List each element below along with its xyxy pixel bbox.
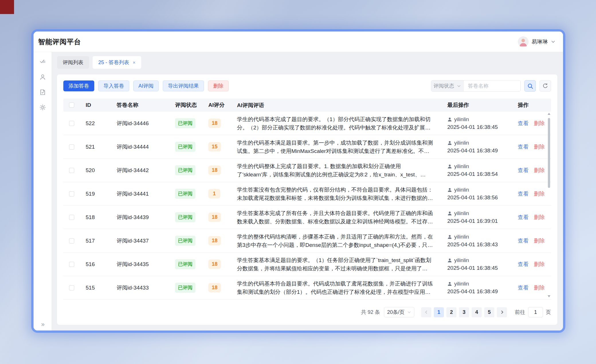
row-checkbox[interactable] [69, 238, 74, 243]
person-icon [447, 117, 452, 122]
score-badge: 18 [208, 236, 221, 245]
row-last-operation: yilinlin 2025-04-01 16:38:45 [440, 257, 515, 271]
view-link[interactable]: 查看 [518, 143, 529, 151]
row-id: 520 [80, 167, 110, 174]
row-checkbox[interactable] [69, 191, 74, 196]
select-all-checkbox[interactable] [69, 103, 74, 108]
sidebar-item-document-icon[interactable] [39, 89, 46, 96]
table-row: 521 评阅id-34444 已评阅 15 学生的代码基本满足题目要求。第一步中… [63, 135, 551, 159]
table-row: 519 评阅id-34441 已评阅 1 学生答案没有包含完整的代码，仅有部分结… [63, 182, 551, 206]
add-answer-button[interactable]: 添加答卷 [63, 80, 94, 91]
sidebar-item-review-icon[interactable] [39, 58, 46, 65]
row-comment: 学生答案没有包含完整的代码，仅有部分结构，不符合题目要求。具体问题包括：未加载鸢… [237, 186, 433, 202]
window-header: 智能评阅平台 易琳琳 [34, 32, 563, 52]
status-badge: 已评阅 [175, 236, 195, 246]
score-badge: 18 [208, 166, 221, 175]
row-checkbox[interactable] [69, 285, 74, 290]
status-badge: 已评阅 [175, 118, 195, 128]
scrollbar-thumb[interactable] [548, 118, 550, 188]
page-button-1[interactable]: 1 [434, 307, 444, 317]
row-last-operation: yilinlin 2025-04-01 16:38:45 [440, 116, 515, 130]
delete-link[interactable]: 删除 [534, 143, 545, 151]
tab-answer-list[interactable]: 25 - 答卷列表 × [93, 56, 141, 69]
view-link[interactable]: 查看 [518, 120, 529, 127]
refresh-button[interactable] [540, 80, 551, 92]
sidebar-item-settings-icon[interactable] [39, 104, 46, 111]
sidebar-item-user-icon[interactable] [39, 74, 46, 80]
scroll-up-arrow-icon[interactable] [548, 113, 550, 115]
row-time: 2025-04-01 16:38:49 [447, 288, 515, 295]
app-title: 智能评阅平台 [38, 37, 81, 46]
row-time: 2025-04-01 16:38:56 [447, 194, 515, 201]
row-checkbox[interactable] [69, 262, 74, 267]
delete-link[interactable]: 删除 [534, 214, 545, 221]
page-button-3[interactable]: 3 [459, 307, 469, 317]
view-link[interactable]: 查看 [518, 261, 529, 268]
view-link[interactable]: 查看 [518, 214, 529, 221]
row-comment: 学生答案基本满足题目的要求。（1）任务部分正确使用了`train_test_sp… [237, 256, 433, 273]
table-scrollbar[interactable] [547, 112, 551, 298]
page-button-4[interactable]: 4 [472, 307, 482, 317]
main-content: 评阅列表 25 - 答卷列表 × 添加答卷 导入答卷 AI评阅 导出评阅结果 删… [52, 52, 563, 330]
row-operator: yilinlin [454, 234, 469, 240]
tab-review-list[interactable]: 评阅列表 [57, 56, 89, 69]
total-count: 共 92 条 [361, 309, 380, 316]
goto-page-input[interactable] [528, 307, 543, 317]
view-link[interactable]: 查看 [518, 167, 529, 174]
answer-name-input[interactable] [464, 80, 520, 91]
desktop-wallpaper: 智能评阅平台 易琳琳 » [0, 0, 596, 364]
delete-link[interactable]: 删除 [534, 190, 545, 198]
delete-link[interactable]: 删除 [534, 237, 545, 245]
row-id: 517 [80, 238, 110, 244]
status-badge: 已评阅 [175, 259, 195, 269]
prev-page-button[interactable] [421, 307, 431, 317]
status-badge: 已评阅 [175, 142, 195, 152]
status-badge: 已评阅 [175, 283, 195, 293]
page-button-2[interactable]: 2 [446, 307, 456, 317]
pagination-bar: 共 92 条 20条/页 12345 [63, 300, 551, 325]
row-last-operation: yilinlin 2025-04-01 16:39:01 [440, 210, 515, 224]
sidebar-expand-button[interactable]: » [34, 321, 52, 328]
row-operator: yilinlin [454, 281, 469, 287]
ai-review-button[interactable]: AI评阅 [133, 80, 159, 91]
delete-link[interactable]: 删除 [534, 261, 545, 268]
row-name: 评阅id-34433 [110, 284, 170, 292]
row-last-operation: yilinlin 2025-04-01 16:38:49 [440, 281, 515, 295]
row-checkbox[interactable] [69, 168, 74, 173]
row-time: 2025-04-01 16:38:49 [447, 147, 515, 154]
row-checkbox[interactable] [69, 215, 74, 220]
delete-link[interactable]: 删除 [534, 167, 545, 174]
view-link[interactable]: 查看 [518, 190, 529, 198]
view-link[interactable]: 查看 [518, 237, 529, 245]
page-button-5[interactable]: 5 [484, 307, 494, 317]
person-icon [447, 188, 452, 192]
chevron-down-icon [457, 84, 461, 88]
search-button[interactable] [524, 80, 536, 92]
next-page-button[interactable] [497, 307, 507, 317]
review-status-select[interactable]: 评阅状态 [431, 80, 464, 91]
view-link[interactable]: 查看 [518, 284, 529, 292]
row-checkbox[interactable] [69, 121, 74, 126]
user-menu[interactable]: 易琳琳 [518, 36, 556, 47]
row-last-operation: yilinlin 2025-04-01 16:38:54 [440, 163, 515, 177]
row-checkbox[interactable] [69, 144, 74, 149]
import-answer-button[interactable]: 导入答卷 [98, 80, 129, 91]
row-time: 2025-04-01 16:38:54 [447, 171, 515, 177]
delete-link[interactable]: 删除 [534, 284, 545, 292]
scroll-down-arrow-icon[interactable] [548, 295, 550, 297]
row-name: 评阅id-34441 [110, 190, 170, 198]
chevron-left-icon [424, 310, 429, 314]
delete-button[interactable]: 删除 [208, 80, 229, 91]
export-results-button[interactable]: 导出评阅结果 [163, 80, 204, 91]
page-size-select[interactable]: 20条/页 [384, 307, 414, 317]
close-icon[interactable]: × [133, 60, 136, 65]
review-status-select-label: 评阅状态 [434, 82, 454, 89]
content-card: 添加答卷 导入答卷 AI评阅 导出评阅结果 删除 评阅状态 [57, 74, 557, 325]
row-name: 评阅id-34442 [110, 167, 170, 174]
row-name: 评阅id-34444 [110, 143, 170, 151]
answers-table: ID 答卷名称 评阅状态 AI评分 AI评阅评语 最后操作 操作 522 评阅i… [63, 99, 551, 300]
delete-link[interactable]: 删除 [534, 120, 545, 127]
row-name: 评阅id-34437 [110, 237, 170, 245]
corner-red-square [0, 0, 14, 14]
chevron-right-icon [500, 310, 504, 314]
